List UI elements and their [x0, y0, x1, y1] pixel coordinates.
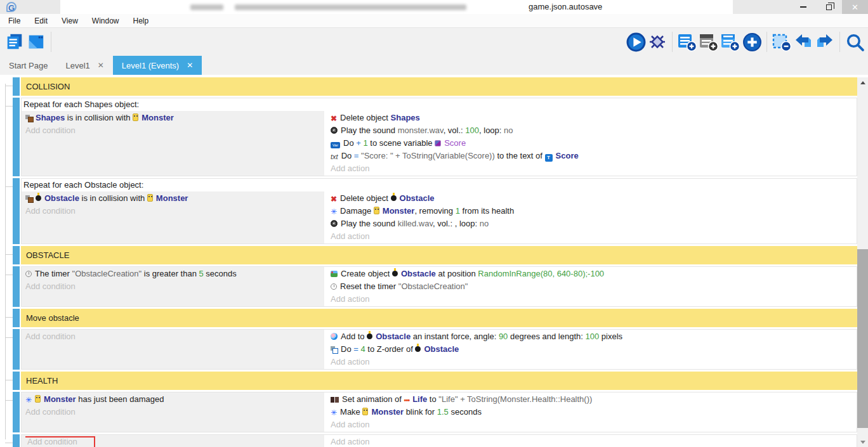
project-manager-button[interactable] — [4, 31, 25, 53]
debugger-button[interactable] — [647, 31, 668, 53]
group-header[interactable]: HEALTH — [21, 372, 857, 390]
vertical-scrollbar[interactable] — [857, 77, 868, 447]
token-p: is greater than — [141, 269, 199, 278]
restore-button[interactable] — [816, 0, 842, 14]
actions-panel: Set animation of •••Life to "Life" + ToS… — [326, 392, 857, 432]
add-condition-button[interactable]: Add condition — [25, 124, 324, 137]
add-action-button[interactable]: Add action — [331, 230, 857, 243]
close-button[interactable]: ✕ — [842, 0, 868, 14]
remove-selection-icon — [772, 32, 792, 52]
event-selection-bar[interactable] — [13, 434, 20, 447]
action-line[interactable]: txtDo = "Score: " + ToString(Variable(Sc… — [331, 150, 857, 162]
event-selection-bar[interactable] — [13, 309, 20, 327]
menu-file[interactable]: File — [1, 14, 27, 28]
damage-icon: ✳ — [331, 205, 337, 217]
window-title: game.json.autosave — [529, 2, 602, 11]
action-line[interactable]: Reset the timer "ObstacleCreation" — [331, 280, 857, 293]
token-o: Life — [412, 394, 427, 404]
token-s: "ObstacleCreation" — [72, 269, 142, 278]
condition-line[interactable]: ✳Monster has just been damaged — [25, 393, 324, 406]
tab-close-icon[interactable]: ✕ — [98, 61, 104, 70]
tab-level1[interactable]: Level1 ✕ — [56, 56, 112, 75]
action-line[interactable]: Play the sound killed.wav, vol.: , loop:… — [331, 217, 857, 230]
action-line[interactable]: ✳Make Monster blink for 1.5 seconds — [331, 406, 857, 418]
condition-line[interactable]: Shapes is in collision with Monster — [25, 112, 324, 124]
menu-window[interactable]: Window — [85, 14, 126, 28]
group-header[interactable]: OBSTACLE — [21, 246, 857, 264]
action-line[interactable]: VarDo + 1 to scene variable Score — [331, 137, 857, 150]
event-selection-bar[interactable] — [13, 266, 20, 307]
action-line[interactable]: Create object Obstacle at position Rando… — [331, 268, 857, 280]
scroll-down-button[interactable] — [857, 437, 868, 447]
event-selection-bar[interactable] — [13, 77, 20, 96]
undo-button[interactable] — [792, 31, 814, 53]
add-comment-button[interactable] — [720, 31, 741, 53]
tab-label: Level1 — [65, 61, 89, 70]
add-action-button[interactable]: Add action — [331, 356, 857, 368]
condition-line[interactable]: Obstacle is in collision with Monster — [25, 192, 324, 205]
scrollbar-thumb[interactable] — [857, 249, 868, 428]
token-op: + — [356, 138, 363, 148]
add-event-button[interactable] — [676, 31, 698, 53]
menu-help[interactable]: Help — [126, 14, 156, 28]
token-p: pixels — [599, 332, 622, 341]
action-line[interactable]: ✖Delete object Shapes — [331, 112, 857, 124]
event-selection-bar[interactable] — [13, 372, 20, 390]
add-action-button[interactable]: Add action — [331, 162, 857, 175]
event-foreach-header[interactable]: Repeat for each Obstacle object: — [22, 179, 857, 191]
tab-bar: Start Page Level1 ✕ Level1 (Events) ✕ — [0, 56, 868, 75]
token-o: Obstacle — [44, 193, 79, 203]
add-action-button[interactable]: Add action — [331, 293, 857, 306]
group-header[interactable]: COLLISION — [21, 77, 857, 96]
undo-icon — [793, 32, 813, 52]
event-selection-bar[interactable] — [13, 178, 20, 244]
add-sub-event-button[interactable] — [698, 31, 720, 53]
force-icon — [331, 333, 338, 340]
event-selection-bar[interactable] — [13, 392, 20, 432]
event-selection-bar[interactable] — [13, 246, 20, 264]
action-line[interactable]: Add to Obstacle an instant force, angle:… — [331, 330, 857, 343]
conditions-panel: The timer "ObstacleCreation" is greater … — [22, 267, 324, 306]
event-selection-bar[interactable] — [13, 98, 20, 176]
token-p: degrees and length: — [508, 332, 585, 341]
menu-view[interactable]: View — [55, 14, 85, 28]
action-line[interactable]: Play the sound monster.wav, vol.: 100, l… — [331, 124, 857, 137]
timer-icon — [25, 271, 32, 277]
bug-icon — [648, 32, 667, 51]
redo-button[interactable] — [814, 31, 836, 53]
event-foreach-header[interactable]: Repeat for each Shapes object: — [22, 98, 857, 111]
preview-play-button[interactable] — [625, 31, 647, 53]
add-action-button[interactable]: Add action — [331, 418, 857, 431]
remove-selection-button[interactable] — [771, 31, 792, 53]
add-condition-button[interactable]: Add condition — [25, 330, 324, 343]
group-header[interactable]: Move obstacle — [21, 309, 857, 327]
scroll-up-button[interactable] — [857, 77, 868, 87]
add-condition-button[interactable]: Add condition — [25, 280, 324, 293]
condition-line[interactable]: The timer "ObstacleCreation" is greater … — [25, 268, 324, 280]
tab-close-icon[interactable]: ✕ — [187, 61, 193, 70]
token-p: Do — [341, 344, 353, 354]
search-button[interactable] — [844, 31, 865, 53]
conditions-panel: Add condition — [22, 330, 324, 369]
action-line[interactable]: ✳Damage Monster, removing 1 from its hea… — [331, 205, 857, 217]
add-condition-button[interactable]: Add condition — [25, 436, 324, 447]
tab-start-page[interactable]: Start Page — [0, 56, 56, 75]
add-action-button[interactable]: Add action — [331, 436, 857, 447]
damage-icon: ✳ — [331, 406, 337, 418]
tree-gutter — [0, 372, 13, 390]
add-condition-button[interactable]: Add condition — [25, 205, 324, 217]
token-n: 100 — [465, 126, 479, 135]
tab-level1-events[interactable]: Level1 (Events) ✕ — [113, 56, 202, 75]
event-selection-bar[interactable] — [13, 329, 20, 370]
action-line[interactable]: Set animation of •••Life to "Life" + ToS… — [331, 393, 857, 406]
minimize-button[interactable] — [790, 0, 816, 14]
add-condition-button[interactable]: Add condition — [25, 406, 324, 418]
add-special-event-button[interactable] — [741, 31, 763, 53]
toolbar-separator — [672, 32, 673, 52]
action-line[interactable]: Do = 4 to Z-order of Obstacle — [331, 343, 857, 356]
menu-edit[interactable]: Edit — [27, 14, 55, 28]
start-page-button[interactable] — [25, 31, 47, 53]
bomb-icon — [36, 195, 41, 201]
action-line[interactable]: ✖Delete object Obstacle — [331, 192, 857, 205]
actions-panel: Create object Obstacle at position Rando… — [326, 267, 857, 306]
